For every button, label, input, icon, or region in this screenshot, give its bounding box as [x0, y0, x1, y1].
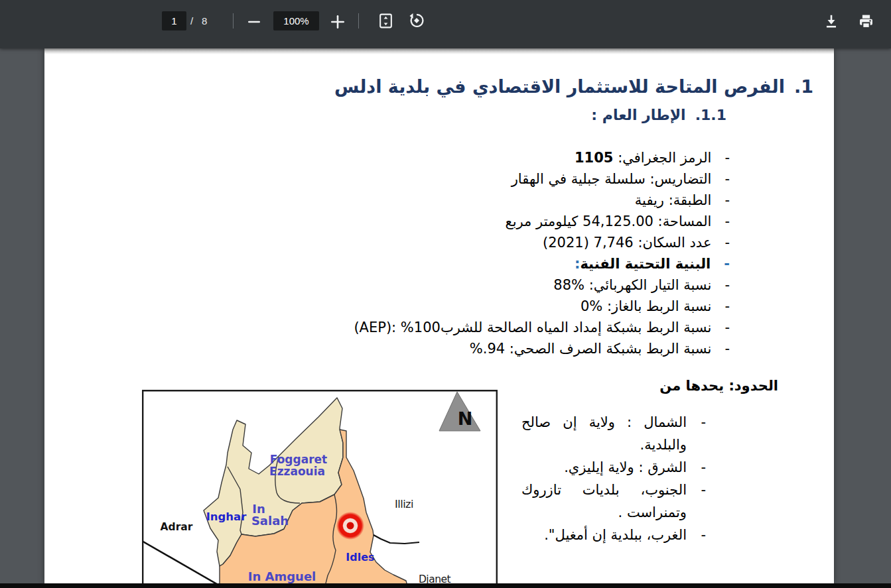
fact-text: نسبة الربط بشبكة الصرف الصحي: 94.%: [470, 341, 712, 357]
fact-text: الرمز الجغرافي: 1105: [575, 150, 711, 166]
location-marker-icon: [336, 512, 364, 540]
bullet-dash: -: [701, 411, 706, 434]
border-item-line: الشمال : ولاية إن صالح: [521, 411, 687, 434]
fact-item: -المساحة: 54,125.00 كيلومتر مربع: [354, 211, 730, 232]
bullet-dash: -: [724, 338, 730, 359]
fact-item: -البنية التحتية الفنية:: [354, 253, 730, 274]
north-letter: N: [458, 408, 473, 429]
section-text: الإطار العام :: [591, 107, 685, 123]
fact-text: المساحة: 54,125.00 كيلومتر مربع: [506, 213, 712, 229]
bullet-dash: -: [701, 456, 706, 479]
fact-text: نسبة التيار الكهربائي: %88: [553, 277, 711, 293]
fact-text: نسبة الربط بالغاز: %0: [581, 298, 712, 314]
print-icon: [857, 13, 875, 30]
bullet-dash: -: [724, 211, 730, 232]
map-label: Djanet: [419, 573, 451, 583]
border-item-line: والبلدية.: [521, 434, 687, 456]
pdf-page: 1.الفرص المتاحة للاستثمار الاقتصادي في ب…: [44, 48, 834, 583]
window-bottom-edge: [0, 583, 891, 588]
border-item: -الجنوب، بلديات تازروكوتمنراست .: [521, 479, 706, 524]
border-item-line: وتمنراست .: [521, 501, 687, 524]
page-total: 8: [202, 15, 207, 27]
map-label: Illizi: [395, 498, 413, 510]
fact-item: -عدد السكان: 7,746 (2021): [354, 232, 730, 253]
bullet-dash: -: [724, 253, 730, 274]
rotate-button[interactable]: [407, 11, 426, 30]
fact-text: البنية التحتية الفنية:: [575, 256, 711, 272]
rotate-ccw-icon: [408, 12, 425, 29]
fact-item: -نسبة الربط بشبكة الصرف الصحي: 94.%: [354, 338, 730, 359]
fact-text: التضاريس: سلسلة جبلية في الهقار: [512, 171, 712, 187]
map-label: In Amguel: [248, 569, 316, 583]
map-label: Ezzaouia: [269, 465, 325, 478]
bullet-dash: -: [724, 232, 730, 253]
plus-icon: [330, 14, 346, 30]
minus-icon: [246, 14, 262, 30]
page-number-input[interactable]: 1: [162, 11, 186, 30]
fact-text: الطبقة: ريفية: [635, 192, 712, 208]
fact-item: -الطبقة: ريفية: [354, 190, 730, 211]
pdf-toolbar: 1 / 8 100%: [0, 0, 891, 48]
border-item-line: الشرق : ولاية إيليزي.: [521, 456, 687, 479]
fit-page-button[interactable]: [376, 11, 395, 30]
facts-list: -الرمز الجغرافي: 1105-التضاريس: سلسلة جب…: [354, 147, 730, 359]
bullet-dash: -: [724, 190, 730, 211]
section-number: 1.1.: [695, 107, 726, 123]
download-icon: [823, 13, 840, 30]
toolbar-separator: [233, 13, 234, 29]
print-button[interactable]: [856, 11, 876, 31]
border-item: -الشمال : ولاية إن صالحوالبلدية.: [521, 411, 706, 456]
map-label: Foggaret: [270, 453, 327, 466]
fact-text: نسبة الربط بشبكة إمداد المياه الصالحة لل…: [354, 320, 711, 335]
border-item: -الشرق : ولاية إيليزي.: [521, 456, 706, 479]
map-label: Inghar: [206, 510, 247, 523]
border-item-line: الجنوب، بلديات تازروك: [521, 479, 687, 501]
bullet-dash: -: [701, 524, 706, 546]
fit-page-icon: [377, 13, 394, 29]
title-number: 1.: [794, 76, 813, 97]
borders-heading: الحدود: يحدها من: [659, 378, 778, 394]
fact-item: -نسبة الربط بشبكة إمداد المياه الصالحة ل…: [354, 317, 730, 338]
section-heading: 1.1.الإطار العام :: [591, 107, 726, 123]
border-item: -الغرب، ببلدية إن أمغيل".: [521, 524, 706, 546]
toolbar-separator: [358, 13, 359, 29]
zoom-out-button[interactable]: [245, 13, 263, 31]
fact-item: -الرمز الجغرافي: 1105: [354, 147, 730, 168]
zoom-in-button[interactable]: [328, 13, 347, 31]
map-label: Idles: [346, 551, 374, 563]
download-button[interactable]: [821, 11, 841, 31]
title-text: الفرص المتاحة للاستثمار الاقتصادي في بلد…: [334, 76, 785, 97]
map-label: Salah: [251, 514, 289, 528]
page-divider: /: [190, 15, 193, 27]
document-title: 1.الفرص المتاحة للاستثمار الاقتصادي في ب…: [334, 76, 813, 97]
bullet-dash: -: [724, 274, 730, 296]
map-label: Adrar: [161, 521, 193, 533]
bullet-dash: -: [724, 168, 730, 190]
fact-item: -التضاريس: سلسلة جبلية في الهقار: [354, 168, 730, 190]
bullet-dash: -: [724, 296, 730, 317]
fact-item: -نسبة التيار الكهربائي: %88: [354, 274, 730, 296]
zoom-level-input[interactable]: 100%: [273, 11, 319, 30]
borders-list: -الشمال : ولاية إن صالحوالبلدية.-الشرق :…: [521, 411, 706, 546]
border-item-line: الغرب، ببلدية إن أمغيل".: [521, 524, 687, 546]
bullet-dash: -: [724, 317, 730, 338]
municipality-map: N FoggaretEzzaouiaInSalahIngharAdrarIlli…: [142, 390, 498, 583]
bullet-dash: -: [724, 147, 730, 168]
fact-item: -نسبة الربط بالغاز: %0: [354, 296, 730, 317]
fact-text: عدد السكان: 7,746 (2021): [543, 235, 711, 251]
bullet-dash: -: [701, 479, 706, 501]
